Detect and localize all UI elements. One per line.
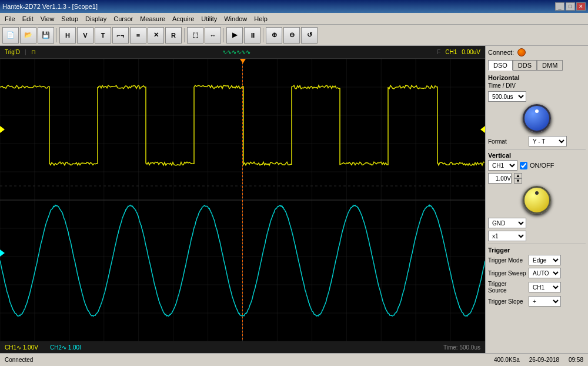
trigger-sweep-label: Trigger Sweep [488,270,526,277]
channel-row: CH1 CH2 ON/OFF [488,160,586,171]
tb-sep3 [223,28,224,42]
menu-setup[interactable]: Setup [58,14,82,24]
scope-canvas [0,59,485,341]
vertical-section-label: Vertical [488,152,586,159]
trigger-source-label: Trigger Source [488,281,526,294]
connect-indicator [517,48,526,56]
volt-knob[interactable] [523,186,551,214]
tb-close2-button[interactable]: ✕ [148,27,164,44]
tb-h-button[interactable]: H [59,27,76,44]
tb-zoomout-button[interactable]: ⊖ [283,27,300,44]
tb-zoomin-button[interactable]: ⊕ [266,27,282,44]
tab-dds[interactable]: DDS [513,60,537,71]
date-display: 26-09-2018 [529,357,559,363]
ch1-status: CH1 [445,49,457,55]
ch1-bottom-info: CH1∿ 1.00V [5,344,38,351]
menu-acquire[interactable]: Acquire [169,14,198,24]
tb-sep2 [184,28,185,42]
connect-row: Connect: [488,48,586,56]
divider2 [488,244,586,244]
ch2-bottom-info: CH2∿ 1.00l [50,344,81,351]
tab-dmm[interactable]: DMM [537,60,563,71]
trigger-right-marker [480,126,485,133]
tb-v-button[interactable]: V [77,27,93,44]
ch1-marker [0,126,5,133]
preview-wave: ∿∿∿∿∿∿ [222,49,250,55]
menu-help[interactable]: Help [250,14,271,24]
tb-t-button[interactable]: T [95,27,111,44]
tb-save-button[interactable]: 💾 [38,27,54,44]
f-label: F [437,49,440,55]
tb-pause-button[interactable]: ⏸ [244,27,260,44]
tb-new-button[interactable]: 📄 [2,27,19,44]
volt-up-button[interactable]: ▲ [514,173,522,178]
maximize-button[interactable]: □ [566,2,575,11]
time-div-select-row: 500.0us 200.0us 100.0us 50.0us 1ms [488,91,586,102]
tb-reset-button[interactable]: R [165,27,182,44]
toolbar: 📄 📂 💾 H V T ⌐¬ ≡ ✕ R ⬚ ↔ ▶ ⏸ ⊕ ⊖ ↺ [0,25,588,46]
knob-dot [535,109,539,113]
scope-status-bar: Trig'D | ⊓ ∿∿∿∿∿∿ F CH1 0.00uV [0,46,485,59]
trigger-mode-row: Trigger Mode Edge Pulse [488,255,586,265]
tb-pattern-button[interactable]: ≡ [130,27,146,44]
onoff-checkbox[interactable] [520,162,527,169]
onoff-label: ON/OFF [530,162,554,169]
connect-label: Connect: [488,49,514,56]
minimize-button[interactable]: _ [555,2,564,11]
trigger-icon: ⊓ [31,49,36,55]
format-label: Format [488,138,526,145]
trigger-slope-label: Trigger Slope [488,298,526,305]
time-div-select[interactable]: 500.0us 200.0us 100.0us 50.0us 1ms [488,91,526,102]
ch2-marker [0,249,5,257]
close-button[interactable]: ✕ [576,2,586,11]
tb-open-button[interactable]: 📂 [20,27,36,44]
menu-display[interactable]: Display [82,14,110,24]
panel-tabs: DSO DDS DMM [488,60,586,71]
tb-run-button[interactable]: ▶ [226,27,243,44]
tb-measure-button[interactable]: ↔ [205,27,221,44]
trigger-mode-label: Trigger Mode [488,257,526,264]
title-bar-controls: _ □ ✕ [555,2,586,11]
status-bar: Connected 400.0KSa 26-09-2018 09:58 [0,353,588,366]
time-bottom-info: Time: 500.0us [443,344,480,351]
volt-down-button[interactable]: ▼ [514,178,522,184]
trigger-section-label: Trigger [488,247,586,254]
sample-rate: 400.0KSa [494,357,520,363]
right-panel: Connect: DSO DDS DMM Horizontal Time / D… [485,46,588,353]
tb-cursor-button[interactable]: ⬚ [187,27,203,44]
trigger-slope-row: Trigger Slope + - [488,296,586,307]
menu-measure[interactable]: Measure [136,14,169,24]
time-knob-container [488,104,586,132]
trigger-sweep-row: Trigger Sweep AUTO NORMAL SINGLE [488,268,586,278]
tb-sep4 [263,28,263,42]
tab-dso[interactable]: DSO [488,60,513,71]
voltage-status: 0.00uV [462,49,480,55]
trigger-source-select[interactable]: CH1 CH2 EXT [529,282,561,292]
probe-select[interactable]: x1 x10 x100 [488,231,526,241]
trigger-source-row: Trigger Source CH1 CH2 EXT [488,281,586,294]
title-text: Hantek-2D72 Ver1.1.3 - [Scope1] [2,3,98,10]
time-div-label: Time / DIV [488,82,526,89]
time-knob[interactable] [523,104,551,132]
format-select[interactable]: Y - T X - Y [529,136,567,147]
trigger-mode-select[interactable]: Edge Pulse [529,255,561,265]
scope-bottom-bar: CH1∿ 1.00V CH2∿ 1.00l Time: 500.0us [0,341,485,353]
menu-window[interactable]: Window [220,14,250,24]
volt-input[interactable] [488,173,512,184]
gnd-select[interactable]: GND DC AC [488,218,526,228]
tb-pulse-button[interactable]: ⌐¬ [112,27,129,44]
connected-status: Connected [5,357,33,363]
menu-file[interactable]: File [1,14,19,24]
menu-view[interactable]: View [37,14,58,24]
menu-utility[interactable]: Utility [198,14,220,24]
menu-cursor[interactable]: Cursor [110,14,136,24]
channel-select[interactable]: CH1 CH2 [488,160,517,171]
waveform-canvas[interactable] [0,59,485,341]
trigger-status: Trig'D [5,49,20,55]
format-row: Format Y - T X - Y [488,136,586,147]
menu-edit[interactable]: Edit [19,14,37,24]
trigger-slope-select[interactable]: + - [529,296,561,307]
trigger-sweep-select[interactable]: AUTO NORMAL SINGLE [529,268,561,278]
tb-undo-button[interactable]: ↺ [301,27,318,44]
main-area: Trig'D | ⊓ ∿∿∿∿∿∿ F CH1 0.00uV CH1∿ 1.00… [0,46,588,353]
